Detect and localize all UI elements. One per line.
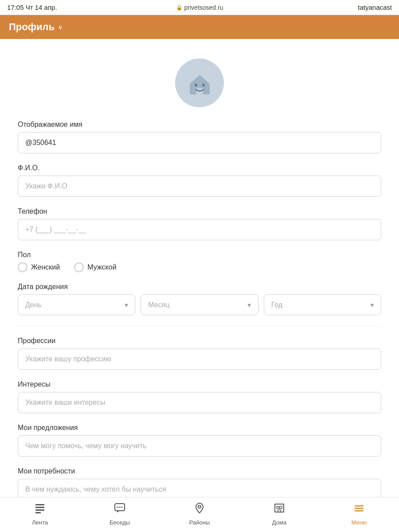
- svg-rect-13: [277, 506, 279, 509]
- dob-group: Дата рождения День ▼ Месяц ▼ Год ▼: [18, 283, 381, 315]
- offers-input[interactable]: [18, 435, 381, 457]
- gender-female-label: Женский: [31, 263, 60, 271]
- location-icon: [193, 502, 206, 517]
- profession-group: Профессии: [18, 337, 381, 370]
- radio-female[interactable]: [18, 262, 27, 272]
- phone-group: Телефон: [18, 207, 381, 240]
- nav-label-menu: Меню: [351, 519, 367, 526]
- nav-label-chat: Беседы: [110, 519, 130, 526]
- radio-male[interactable]: [74, 262, 84, 272]
- nav-label-feed: Лента: [32, 519, 48, 526]
- home-icon: [273, 502, 286, 517]
- needs-group: Мои потребности: [18, 467, 381, 500]
- display-name-input[interactable]: [18, 132, 381, 153]
- needs-label: Мои потребности: [18, 467, 381, 475]
- display-name-label: Отображаемое имя: [18, 121, 381, 129]
- full-name-label: Ф.И.О.: [18, 164, 381, 172]
- feed-icon: [34, 502, 46, 517]
- phone-label: Телефон: [18, 207, 381, 215]
- avatar-section: [18, 50, 381, 121]
- gender-options: Женский Мужской: [18, 262, 381, 272]
- svg-rect-6: [35, 512, 41, 513]
- status-bar: 17:05 Чт 14 апр. 🔒 privetsosed.ru tatyan…: [0, 0, 399, 15]
- svg-rect-14: [280, 506, 282, 509]
- full-name-input[interactable]: [18, 176, 381, 197]
- profession-label: Профессии: [18, 337, 381, 345]
- dob-year-select[interactable]: Год: [264, 294, 381, 315]
- menu-icon: [353, 502, 365, 517]
- bottom-nav: Лента Беседы Районы: [0, 497, 399, 532]
- gender-label: Пол: [18, 251, 381, 259]
- full-name-group: Ф.И.О.: [18, 164, 381, 197]
- svg-rect-16: [355, 505, 364, 507]
- gender-male-label: Мужской: [87, 263, 116, 271]
- status-user: tatyanacast: [358, 4, 392, 11]
- svg-rect-5: [35, 509, 44, 511]
- profile-form: Отображаемое имя Ф.И.О. Телефон Пол Женс…: [0, 39, 399, 532]
- svg-point-2: [202, 84, 205, 86]
- offers-group: Мои предложения: [18, 424, 381, 457]
- interests-input[interactable]: [18, 392, 381, 413]
- svg-rect-3: [35, 504, 44, 505]
- dob-row: День ▼ Месяц ▼ Год ▼: [18, 294, 381, 315]
- nav-item-feed[interactable]: Лента: [22, 502, 58, 526]
- svg-rect-12: [275, 504, 284, 512]
- app-header: Профиль ∨: [0, 15, 399, 39]
- dob-day-select[interactable]: День: [18, 294, 135, 315]
- phone-input[interactable]: [18, 219, 381, 240]
- gender-group: Пол Женский Мужской: [18, 251, 381, 272]
- dob-day-wrapper: День ▼: [18, 294, 135, 315]
- avatar[interactable]: [175, 59, 224, 107]
- svg-rect-8: [117, 507, 118, 508]
- svg-rect-4: [35, 507, 44, 508]
- interests-label: Интересы: [18, 380, 381, 388]
- svg-point-11: [198, 505, 201, 508]
- svg-rect-17: [355, 508, 364, 509]
- url-bar: 🔒 privetsosed.ru: [176, 4, 223, 11]
- divider: [18, 326, 381, 326]
- chat-icon: [113, 502, 126, 517]
- svg-rect-10: [121, 507, 123, 508]
- svg-rect-15: [278, 510, 281, 512]
- lock-icon: 🔒: [176, 4, 183, 11]
- nav-item-menu[interactable]: Меню: [341, 502, 377, 526]
- gender-male-option[interactable]: Мужской: [74, 262, 116, 272]
- display-name-group: Отображаемое имя: [18, 121, 381, 153]
- nav-label-homes: Дома: [272, 519, 286, 526]
- svg-rect-9: [119, 507, 121, 508]
- interests-group: Интересы: [18, 380, 381, 413]
- dob-month-select[interactable]: Месяц: [141, 294, 258, 315]
- header-title: Профиль: [9, 21, 55, 33]
- status-time: 17:05 Чт 14 апр.: [7, 4, 57, 11]
- nav-label-districts: Районы: [189, 519, 210, 526]
- nav-item-homes[interactable]: Дома: [262, 502, 297, 526]
- svg-rect-18: [355, 510, 364, 512]
- profession-input[interactable]: [18, 348, 381, 370]
- dob-year-wrapper: Год ▼: [264, 294, 381, 315]
- svg-point-1: [195, 84, 197, 86]
- dob-label: Дата рождения: [18, 283, 381, 291]
- gender-female-option[interactable]: Женский: [18, 262, 60, 272]
- nav-item-districts[interactable]: Районы: [182, 502, 217, 526]
- chevron-down-icon[interactable]: ∨: [58, 23, 63, 31]
- avatar-icon: [185, 69, 214, 98]
- offers-label: Мои предложения: [18, 424, 381, 432]
- nav-item-chat[interactable]: Беседы: [102, 502, 137, 526]
- dob-month-wrapper: Месяц ▼: [141, 294, 258, 315]
